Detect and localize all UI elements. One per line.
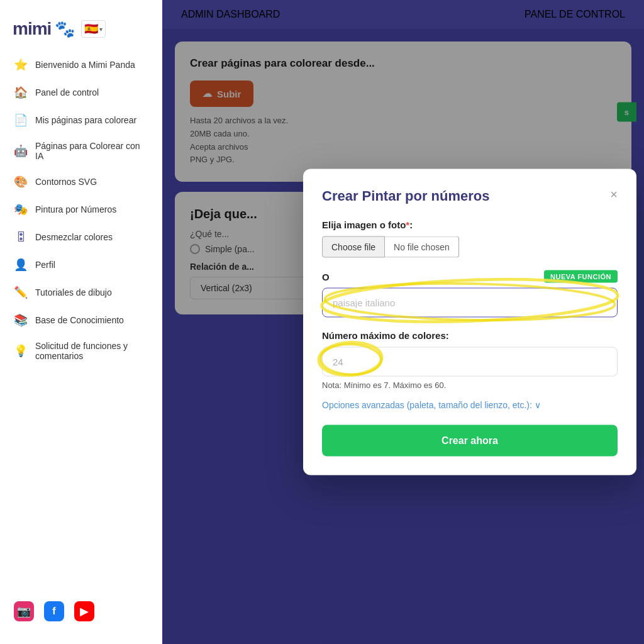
modal-header: Crear Pintar por números × — [322, 188, 618, 204]
request-icon: 💡 — [14, 344, 28, 358]
sidebar-item-label: Base de Conocimiento — [35, 315, 124, 325]
profile-icon: 👤 — [14, 258, 28, 272]
no-file-label: No file chosen — [385, 236, 459, 258]
sidebar-item-tutorials[interactable]: ✏️ Tutoriales de dibujo — [6, 279, 156, 306]
ai-description-input[interactable] — [322, 288, 618, 318]
advanced-options-label: Opciones avanzadas (paleta, tamaño del l… — [322, 400, 532, 410]
logo-icon: 🐾 — [55, 19, 75, 39]
sidebar-item-welcome[interactable]: ⭐ Bienvenido a Mimi Panda — [6, 52, 156, 78]
ai-icon: 🤖 — [14, 144, 28, 158]
svg-icon: 🎨 — [14, 175, 28, 189]
or-label: O — [322, 271, 330, 282]
social-links: 📷 f ▶ — [0, 591, 162, 631]
ai-input-wrapper — [322, 288, 618, 318]
modal-title: Crear Pintar por números — [322, 188, 490, 204]
chevron-down-icon: ∨ — [535, 400, 541, 410]
sidebar-item-dashboard[interactable]: 🏠 Panel de control — [6, 79, 156, 106]
image-section: Elija imagen o foto*: Choose file No fil… — [322, 219, 618, 258]
choose-file-button[interactable]: Choose file — [322, 236, 385, 258]
colors-hint: Nota: Mínimo es 7. Máximo es 60. — [322, 380, 618, 390]
facebook-icon: f — [52, 606, 55, 617]
sidebar-item-label: Páginas para Colorear con IA — [35, 141, 148, 161]
sidebar-item-label: Bienvenido a Mimi Panda — [35, 60, 135, 70]
paint-icon: 🎭 — [14, 203, 28, 216]
sidebar-item-my-pages[interactable]: 📄 Mis páginas para colorear — [6, 107, 156, 133]
colors-field-label: Número máximo de colores: — [322, 330, 618, 341]
main-content: ADMIN DASHBOARD PANEL DE CONTROL Crear p… — [162, 0, 644, 644]
youtube-icon: ▶ — [80, 604, 89, 618]
language-selector[interactable]: 🇪🇸 ▾ — [81, 20, 106, 38]
mix-icon: 🎛 — [14, 230, 28, 244]
advanced-options-link[interactable]: Opciones avanzadas (paleta, tamaño del l… — [322, 400, 618, 410]
instagram-icon: 📷 — [17, 604, 31, 618]
sidebar-item-label: Panel de control — [35, 87, 99, 97]
sidebar: mimi 🐾 🇪🇸 ▾ ⭐ Bienvenido a Mimi Panda 🏠 … — [0, 0, 162, 644]
or-row: O NUEVA FUNCIÓN — [322, 270, 618, 283]
colors-section: Número máximo de colores: Nota: Mínimo e… — [322, 330, 618, 390]
sidebar-item-label: Pintura por Números — [35, 204, 116, 214]
ai-section: O NUEVA FUNCIÓN — [322, 270, 618, 318]
tutorial-icon: ✏️ — [14, 286, 28, 299]
flag-icon: 🇪🇸 — [84, 22, 98, 36]
home-icon: 🏠 — [14, 86, 28, 99]
sidebar-item-ai-pages[interactable]: 🤖 Páginas para Colorear con IA — [6, 135, 156, 167]
facebook-link[interactable]: f — [44, 601, 64, 621]
required-star: * — [406, 219, 409, 230]
image-field-label: Elija imagen o foto*: — [322, 219, 618, 230]
file-input-area: Choose file No file chosen — [322, 236, 618, 258]
sidebar-item-mix[interactable]: 🎛 Desmezclar colores — [6, 224, 156, 250]
logo-text: mimi — [13, 19, 51, 39]
sidebar-item-paint[interactable]: 🎭 Pintura por Números — [6, 196, 156, 223]
sidebar-item-label: Contornos SVG — [35, 177, 97, 187]
knowledge-icon: 📚 — [14, 313, 28, 327]
modal-close-button[interactable]: × — [610, 188, 618, 201]
instagram-link[interactable]: 📷 — [14, 601, 34, 621]
max-colors-input[interactable] — [322, 347, 618, 377]
pages-icon: 📄 — [14, 113, 28, 127]
create-now-button[interactable]: Crear ahora — [322, 425, 618, 457]
logo-area: mimi 🐾 🇪🇸 ▾ — [0, 13, 162, 52]
sidebar-item-label: Desmezclar colores — [35, 232, 113, 242]
sidebar-item-knowledge[interactable]: 📚 Base de Conocimiento — [6, 307, 156, 333]
star-icon: ⭐ — [14, 58, 28, 72]
sidebar-item-label: Tutoriales de dibujo — [35, 287, 112, 297]
sidebar-item-profile[interactable]: 👤 Perfil — [6, 252, 156, 278]
youtube-link[interactable]: ▶ — [74, 601, 94, 621]
sidebar-item-label: Solicitud de funciones y comentarios — [35, 341, 148, 361]
sidebar-nav: ⭐ Bienvenido a Mimi Panda 🏠 Panel de con… — [0, 52, 162, 591]
sidebar-item-label: Mis páginas para colorear — [35, 115, 136, 125]
chevron-down-icon: ▾ — [99, 26, 103, 33]
sidebar-item-svg[interactable]: 🎨 Contornos SVG — [6, 169, 156, 195]
nueva-badge: NUEVA FUNCIÓN — [544, 270, 618, 283]
create-paint-modal: Crear Pintar por números × Elija imagen … — [303, 169, 636, 475]
sidebar-item-requests[interactable]: 💡 Solicitud de funciones y comentarios — [6, 335, 156, 367]
sidebar-item-label: Perfil — [35, 260, 55, 270]
